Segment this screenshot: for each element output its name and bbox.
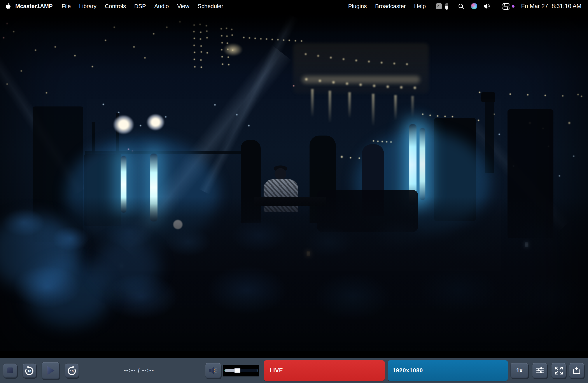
forward-10-icon: 10 xyxy=(66,365,77,376)
menu-audio[interactable]: Audio xyxy=(150,3,173,10)
menu-bar: Mcaster1AMP File Library Controls DSP Au… xyxy=(0,0,588,12)
sound-icon[interactable] xyxy=(483,3,491,10)
search-icon[interactable] xyxy=(458,3,464,10)
svg-text:10: 10 xyxy=(70,369,74,373)
download-button[interactable] xyxy=(569,363,584,378)
stop-button[interactable] xyxy=(3,363,17,378)
scene-vignette xyxy=(0,12,588,358)
siri-icon[interactable] xyxy=(471,3,477,9)
sliders-icon xyxy=(535,365,545,376)
letterbox-bar xyxy=(0,351,588,358)
terminal-icon[interactable]: > xyxy=(436,3,442,9)
menu-bar-right: Plugins Broadcaster Help > xyxy=(344,3,588,10)
fullscreen-icon xyxy=(554,365,564,376)
volume-slider[interactable] xyxy=(223,365,259,376)
player-control-bar: 10 10 --:-- / --:-- xyxy=(0,358,588,383)
mute-button[interactable] xyxy=(205,363,221,378)
speaker-icon xyxy=(208,365,218,376)
menu-file[interactable]: File xyxy=(58,3,75,10)
play-icon xyxy=(45,365,56,376)
menu-dsp[interactable]: DSP xyxy=(130,3,150,10)
video-viewport[interactable] xyxy=(0,12,588,358)
battery-icon[interactable] xyxy=(445,3,448,10)
forward-10-button[interactable]: 10 xyxy=(65,363,79,378)
apple-menu[interactable] xyxy=(5,3,11,10)
apple-icon xyxy=(5,3,11,10)
menu-bar-left: Mcaster1AMP File Library Controls DSP Au… xyxy=(0,3,228,10)
fullscreen-button[interactable] xyxy=(551,363,566,378)
download-icon xyxy=(572,365,582,376)
live-label: LIVE xyxy=(270,367,283,374)
clock-date: Fri Mar 27 xyxy=(521,3,548,10)
app-menu-title[interactable]: Mcaster1AMP xyxy=(11,3,58,10)
live-video-frame xyxy=(0,12,588,358)
menu-controls[interactable]: Controls xyxy=(101,3,130,10)
rewind-10-icon: 10 xyxy=(24,365,35,376)
menu-broadcaster[interactable]: Broadcaster xyxy=(371,3,410,10)
speed-label: 1x xyxy=(516,367,523,374)
settings-button[interactable] xyxy=(532,363,547,378)
play-button[interactable] xyxy=(42,362,60,379)
menu-scheduler[interactable]: Scheduler xyxy=(194,3,228,10)
menu-view[interactable]: View xyxy=(173,3,194,10)
menu-library[interactable]: Library xyxy=(75,3,100,10)
svg-text:10: 10 xyxy=(28,369,31,373)
screen: Mcaster1AMP File Library Controls DSP Au… xyxy=(0,0,588,383)
time-display: --:-- / --:-- xyxy=(124,367,154,374)
playback-speed-button[interactable]: 1x xyxy=(510,363,528,378)
menu-bar-clock[interactable]: Fri Mar 27 8:31:10 AM xyxy=(521,3,581,10)
stop-icon xyxy=(7,367,13,373)
clock-time: 8:31:10 AM xyxy=(551,3,581,10)
menu-plugins[interactable]: Plugins xyxy=(344,3,371,10)
menu-help[interactable]: Help xyxy=(410,3,430,10)
recording-dot xyxy=(512,5,514,8)
live-button[interactable]: LIVE xyxy=(264,360,385,381)
resolution-label: 1920x1080 xyxy=(392,367,423,374)
rewind-10-button[interactable]: 10 xyxy=(22,363,36,378)
resolution-button[interactable]: 1920x1080 xyxy=(388,360,508,381)
volume-thumb[interactable] xyxy=(234,368,240,373)
control-center-icon[interactable] xyxy=(502,3,510,10)
